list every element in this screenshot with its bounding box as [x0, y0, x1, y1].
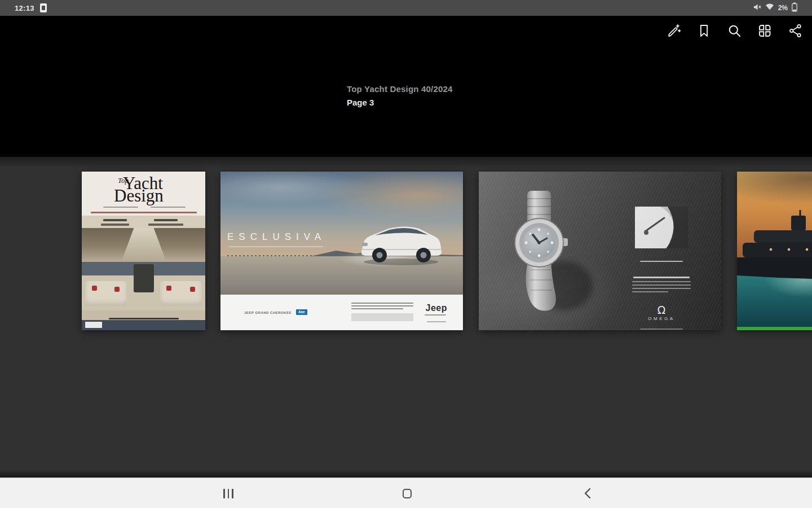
- omega-caption-line: [640, 261, 683, 262]
- magazine-reader-screen: 12:13 2%: [0, 0, 812, 508]
- omega-body-line: [632, 284, 691, 286]
- mute-icon: [753, 3, 761, 14]
- pages-grid-button[interactable]: [757, 23, 773, 38]
- back-button[interactable]: [564, 478, 610, 508]
- jeep-brand-logo: Jeep: [426, 303, 447, 313]
- jeep-4xe-badge: 4xe: [296, 309, 307, 315]
- thumbnail-cover-page[interactable]: Top Yacht Design: [82, 172, 205, 330]
- omega-brand-logo: Ω OMEGA: [635, 305, 688, 321]
- omega-body-line: [632, 281, 691, 282]
- search-button[interactable]: [726, 23, 742, 38]
- cover-masthead: Top Yacht Design: [82, 172, 205, 216]
- document-title: Top Yacht Design 40/2024: [347, 84, 453, 94]
- thumbnail-omega-ad-spread[interactable]: Ω OMEGA: [479, 172, 721, 330]
- omega-inset-photo: [635, 207, 688, 248]
- omega-wordmark: OMEGA: [635, 316, 688, 321]
- current-page-caret: [397, 141, 417, 149]
- cover-subtext-line: [103, 207, 138, 208]
- omega-watch-image: [491, 191, 604, 323]
- document-info: Top Yacht Design 40/2024 Page 3: [347, 84, 453, 107]
- battery-percent: 2%: [778, 4, 788, 12]
- home-button[interactable]: [385, 478, 430, 508]
- cover-heading-right: [154, 219, 178, 221]
- page-thumbnail-strip[interactable]: Top Yacht Design: [0, 157, 812, 478]
- recents-button[interactable]: [206, 478, 251, 508]
- omega-footer-line: [640, 329, 683, 330]
- omega-body-line: [632, 288, 691, 289]
- jeep-fineprint: [351, 308, 403, 309]
- screenshot-notification-icon: [40, 3, 47, 12]
- jeep-car-image: [355, 220, 445, 268]
- home-icon: [403, 489, 412, 498]
- jeep-logo-subtext: [427, 321, 446, 322]
- annotate-pen-button[interactable]: [665, 23, 681, 38]
- cover-masthead-design: Design: [114, 187, 164, 204]
- android-navigation-bar: [0, 478, 812, 508]
- current-page-label: Page 3: [347, 98, 453, 107]
- omega-symbol: Ω: [635, 305, 688, 315]
- cover-photo: [82, 216, 205, 330]
- battery-icon: [792, 2, 797, 14]
- back-icon: [584, 488, 591, 499]
- reader-header: Top Yacht Design 40/2024 Page 3: [0, 16, 812, 157]
- jeep-tagline: [228, 246, 323, 247]
- cover-heading-left: [101, 224, 129, 226]
- jeep-fineprint-box: [351, 313, 413, 321]
- jeep-headline: ESCLUSIVA: [227, 231, 326, 243]
- yacht-progress-strip: [737, 327, 812, 330]
- jeep-fineprint: [351, 305, 413, 306]
- jeep-ad-footer: JEEP GRAND CHEROKEE 4xe Jeep: [220, 295, 463, 330]
- cover-story-caption: [109, 318, 179, 319]
- cover-subtext-line: [151, 207, 186, 208]
- jeep-logo-subtext: [425, 314, 446, 316]
- cover-heading-right: [148, 224, 183, 226]
- status-bar: 12:13 2%: [0, 0, 812, 16]
- recents-icon: [223, 489, 233, 498]
- wifi-icon: [765, 3, 774, 13]
- yacht-image: [737, 205, 812, 296]
- omega-body-line: [632, 291, 668, 292]
- omega-heading-line: [633, 277, 690, 278]
- toolbar: [665, 23, 803, 38]
- jeep-model-label: JEEP GRAND CHEROKEE: [244, 311, 292, 314]
- cover-heading-left: [103, 219, 127, 221]
- cover-barcode: [85, 322, 102, 328]
- clock: 12:13: [15, 4, 34, 12]
- share-button[interactable]: [787, 23, 803, 38]
- thumbnail-jeep-ad-spread[interactable]: ESCLUSIVA JEEP GRAND CHEROKEE 4xe Jeep: [220, 172, 463, 330]
- cover-strapline: [91, 212, 197, 213]
- thumbnail-yacht-page[interactable]: [737, 172, 812, 330]
- bookmark-button[interactable]: [696, 23, 712, 38]
- jeep-fineprint: [351, 303, 413, 304]
